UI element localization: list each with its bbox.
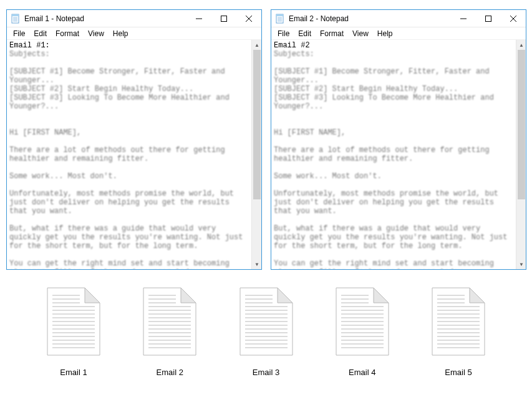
titlebar[interactable]: Email 2 - Notepad bbox=[271, 10, 526, 27]
maximize-button[interactable] bbox=[211, 10, 236, 27]
file-label: Email 4 bbox=[349, 368, 375, 377]
file-label: Email 3 bbox=[253, 368, 279, 377]
svg-line-8 bbox=[246, 16, 252, 22]
close-button[interactable] bbox=[236, 10, 261, 27]
scroll-down-arrow-icon[interactable]: ▼ bbox=[252, 259, 261, 269]
menu-file[interactable]: File bbox=[274, 29, 293, 39]
menubar: File Edit Format View Help bbox=[271, 27, 526, 40]
svg-marker-21 bbox=[85, 288, 100, 303]
file-item-email-5[interactable]: Email 5 bbox=[415, 287, 502, 377]
menu-help[interactable]: Help bbox=[109, 29, 132, 39]
svg-rect-11 bbox=[276, 14, 283, 16]
files-row: Email 1 Email 2 bbox=[30, 287, 502, 377]
file-item-email-2[interactable]: Email 2 bbox=[126, 287, 213, 377]
notepad-icon bbox=[275, 14, 285, 24]
menu-view[interactable]: View bbox=[84, 29, 108, 39]
vertical-scrollbar[interactable]: ▲ ▼ bbox=[516, 40, 526, 269]
maximize-button[interactable] bbox=[476, 10, 501, 27]
file-item-email-1[interactable]: Email 1 bbox=[30, 287, 117, 377]
editor-first-line: Email #1: bbox=[9, 41, 50, 50]
svg-marker-55 bbox=[278, 288, 293, 303]
file-label: Email 1 bbox=[60, 368, 87, 377]
menubar: File Edit Format View Help bbox=[7, 27, 261, 40]
close-button[interactable] bbox=[501, 10, 526, 27]
notepad-window-2: Email 2 - Notepad File Edit Format View … bbox=[271, 9, 526, 270]
vertical-scrollbar[interactable]: ▲ ▼ bbox=[251, 40, 261, 269]
scrollbar-thumb[interactable] bbox=[518, 50, 525, 199]
editor-area: Email #1: Subjects: [SUBJECT #1] Become … bbox=[7, 40, 261, 269]
scroll-up-arrow-icon[interactable]: ▲ bbox=[516, 40, 526, 50]
file-label: Email 2 bbox=[157, 368, 183, 377]
text-file-icon bbox=[44, 287, 104, 356]
editor-first-line: Email #2 bbox=[274, 41, 310, 50]
editor-area: Email #2 Subjects: [SUBJECT #1] Become S… bbox=[271, 40, 526, 269]
text-file-icon bbox=[140, 287, 200, 356]
minimize-button[interactable] bbox=[186, 10, 211, 27]
notepad-icon bbox=[11, 14, 21, 24]
window-title: Email 1 - Notepad bbox=[24, 14, 186, 23]
svg-marker-38 bbox=[181, 288, 196, 303]
svg-rect-1 bbox=[12, 14, 19, 16]
svg-rect-17 bbox=[486, 16, 491, 22]
file-item-email-4[interactable]: Email 4 bbox=[319, 287, 406, 377]
menu-view[interactable]: View bbox=[349, 29, 372, 39]
window-controls bbox=[451, 10, 526, 27]
text-editor[interactable]: Email #2 Subjects: [SUBJECT #1] Become S… bbox=[271, 40, 516, 269]
svg-line-9 bbox=[246, 16, 252, 22]
editor-body: Subjects: [SUBJECT #1] Become Stronger, … bbox=[9, 50, 248, 269]
svg-marker-89 bbox=[470, 288, 485, 303]
svg-line-19 bbox=[510, 16, 516, 22]
titlebar[interactable]: Email 1 - Notepad bbox=[7, 10, 261, 27]
file-label: Email 5 bbox=[445, 368, 472, 377]
svg-rect-7 bbox=[221, 16, 227, 22]
menu-edit[interactable]: Edit bbox=[294, 29, 315, 39]
svg-marker-72 bbox=[374, 288, 389, 303]
menu-file[interactable]: File bbox=[9, 29, 29, 39]
notepad-window-1: Email 1 - Notepad File Edit Format View … bbox=[6, 9, 262, 270]
menu-format[interactable]: Format bbox=[316, 29, 347, 39]
text-file-icon bbox=[332, 287, 392, 356]
minimize-button[interactable] bbox=[451, 10, 476, 27]
scrollbar-thumb[interactable] bbox=[253, 50, 261, 199]
window-title: Email 2 - Notepad bbox=[289, 14, 451, 23]
window-controls bbox=[186, 10, 261, 27]
scroll-down-arrow-icon[interactable]: ▼ bbox=[516, 259, 526, 269]
scroll-up-arrow-icon[interactable]: ▲ bbox=[252, 40, 261, 50]
menu-edit[interactable]: Edit bbox=[30, 29, 51, 39]
file-item-email-3[interactable]: Email 3 bbox=[223, 287, 310, 377]
menu-format[interactable]: Format bbox=[52, 29, 83, 39]
text-editor[interactable]: Email #1: Subjects: [SUBJECT #1] Become … bbox=[7, 40, 251, 269]
editor-body: Subjects: [SUBJECT #1] Become Stronger, … bbox=[274, 50, 512, 269]
text-file-icon bbox=[428, 287, 488, 356]
text-file-icon bbox=[236, 287, 296, 356]
menu-help[interactable]: Help bbox=[374, 29, 397, 39]
svg-line-18 bbox=[510, 16, 516, 22]
